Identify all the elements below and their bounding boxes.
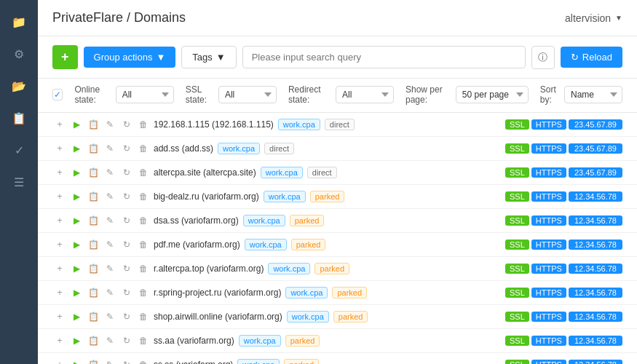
refresh-icon[interactable]: ↻ — [119, 333, 134, 348]
domain-tag[interactable]: direct — [264, 143, 294, 154]
domain-tag[interactable]: parked — [290, 215, 325, 226]
copy-icon[interactable]: 📋 — [86, 213, 100, 228]
refresh-icon[interactable]: ↻ — [119, 117, 134, 132]
add-icon[interactable]: + — [52, 261, 67, 276]
delete-icon[interactable]: 🗑 — [136, 333, 151, 348]
refresh-icon[interactable]: ↻ — [119, 189, 134, 204]
domain-tag[interactable]: work.cpa — [268, 263, 310, 274]
delete-icon[interactable]: 🗑 — [136, 357, 151, 364]
copy-icon[interactable]: 📋 — [86, 285, 100, 300]
add-icon[interactable]: + — [52, 141, 67, 156]
add-button[interactable]: + — [52, 45, 78, 69]
domain-tag[interactable]: work.cpa — [239, 335, 281, 347]
edit-icon[interactable]: ✎ — [103, 333, 117, 348]
edit-icon[interactable]: ✎ — [103, 309, 117, 324]
play-icon[interactable]: ▶ — [69, 237, 84, 252]
domain-tag[interactable]: parked — [284, 359, 319, 364]
group-actions-button[interactable]: Group actions ▼ — [84, 47, 176, 68]
ssl-state-select[interactable]: All — [218, 86, 277, 103]
copy-icon[interactable]: 📋 — [86, 117, 100, 132]
copy-icon[interactable]: 📋 — [86, 357, 100, 364]
play-icon[interactable]: ▶ — [69, 333, 84, 348]
domain-tag[interactable]: work.cpa — [285, 287, 328, 298]
play-icon[interactable]: ▶ — [69, 309, 84, 324]
user-menu[interactable]: altervision ▼ — [565, 12, 622, 24]
domain-tag[interactable]: parked — [285, 335, 320, 347]
domain-tag[interactable]: parked — [291, 239, 326, 250]
delete-icon[interactable]: 🗑 — [136, 309, 151, 324]
check-all-checkbox[interactable]: ✓ — [52, 89, 63, 100]
edit-icon[interactable]: ✎ — [103, 117, 117, 132]
domain-tag[interactable]: direct — [307, 167, 337, 178]
play-icon[interactable]: ▶ — [69, 357, 84, 364]
domain-tag[interactable]: work.cpa — [287, 311, 329, 323]
delete-icon[interactable]: 🗑 — [136, 189, 151, 204]
edit-icon[interactable]: ✎ — [103, 189, 117, 204]
play-icon[interactable]: ▶ — [69, 165, 84, 180]
delete-icon[interactable]: 🗑 — [136, 285, 151, 300]
sidebar-icon-gear[interactable]: ⚙ — [6, 41, 32, 67]
edit-icon[interactable]: ✎ — [103, 285, 117, 300]
delete-icon[interactable]: 🗑 — [136, 261, 151, 276]
play-icon[interactable]: ▶ — [69, 213, 84, 228]
play-icon[interactable]: ▶ — [69, 141, 84, 156]
add-icon[interactable]: + — [52, 189, 67, 204]
delete-icon[interactable]: 🗑 — [136, 117, 151, 132]
search-input[interactable] — [242, 46, 526, 68]
refresh-icon[interactable]: ↻ — [119, 141, 134, 156]
domain-tag[interactable]: parked — [333, 311, 368, 323]
sort-by-select[interactable]: Name — [564, 86, 622, 103]
delete-icon[interactable]: 🗑 — [136, 237, 151, 252]
domain-tag[interactable]: parked — [314, 263, 349, 274]
refresh-icon[interactable]: ↻ — [119, 357, 134, 364]
info-button[interactable]: ⓘ — [531, 46, 555, 69]
copy-icon[interactable]: 📋 — [86, 237, 100, 252]
sidebar-icon-clipboard[interactable]: 📋 — [6, 105, 32, 131]
domain-tag[interactable]: parked — [310, 191, 345, 202]
add-icon[interactable]: + — [52, 357, 67, 364]
add-icon[interactable]: + — [52, 165, 67, 180]
edit-icon[interactable]: ✎ — [103, 213, 117, 228]
sidebar-icon-check[interactable]: ✓ — [6, 137, 32, 163]
delete-icon[interactable]: 🗑 — [136, 213, 151, 228]
copy-icon[interactable]: 📋 — [86, 261, 100, 276]
domain-tag[interactable]: work.cpa — [218, 143, 260, 154]
sidebar-icon-folder2[interactable]: 📂 — [6, 73, 32, 99]
edit-icon[interactable]: ✎ — [103, 165, 117, 180]
domain-tag[interactable]: work.cpa — [278, 119, 320, 130]
add-icon[interactable]: + — [52, 237, 67, 252]
edit-icon[interactable]: ✎ — [103, 261, 117, 276]
add-icon[interactable]: + — [52, 285, 67, 300]
edit-icon[interactable]: ✎ — [103, 141, 117, 156]
play-icon[interactable]: ▶ — [69, 117, 84, 132]
online-state-select[interactable]: All — [116, 86, 174, 103]
show-per-page-select[interactable]: 50 per page — [456, 86, 529, 103]
delete-icon[interactable]: 🗑 — [136, 141, 151, 156]
domain-tag[interactable]: direct — [325, 119, 355, 130]
edit-icon[interactable]: ✎ — [103, 237, 117, 252]
copy-icon[interactable]: 📋 — [86, 309, 100, 324]
refresh-icon[interactable]: ↻ — [119, 165, 134, 180]
copy-icon[interactable]: 📋 — [86, 141, 100, 156]
tags-button[interactable]: Tags ▼ — [181, 46, 236, 68]
sidebar-icon-list[interactable]: ☰ — [6, 169, 32, 195]
edit-icon[interactable]: ✎ — [103, 357, 117, 364]
domain-tag[interactable]: work.cpa — [261, 167, 303, 178]
play-icon[interactable]: ▶ — [69, 285, 84, 300]
add-icon[interactable]: + — [52, 309, 67, 324]
reload-button[interactable]: ↻ Reload — [561, 47, 622, 68]
copy-icon[interactable]: 📋 — [86, 165, 100, 180]
copy-icon[interactable]: 📋 — [86, 333, 100, 348]
add-icon[interactable]: + — [52, 213, 67, 228]
copy-icon[interactable]: 📋 — [86, 189, 100, 204]
sidebar-icon-folder[interactable]: 📁 — [6, 9, 32, 35]
add-icon[interactable]: + — [52, 333, 67, 348]
domain-tag[interactable]: parked — [332, 287, 367, 298]
refresh-icon[interactable]: ↻ — [119, 285, 134, 300]
domain-tag[interactable]: work.cpa — [237, 359, 280, 364]
domain-tag[interactable]: work.cpa — [264, 191, 306, 202]
play-icon[interactable]: ▶ — [69, 261, 84, 276]
refresh-icon[interactable]: ↻ — [119, 237, 134, 252]
refresh-icon[interactable]: ↻ — [119, 261, 134, 276]
refresh-icon[interactable]: ↻ — [119, 213, 134, 228]
